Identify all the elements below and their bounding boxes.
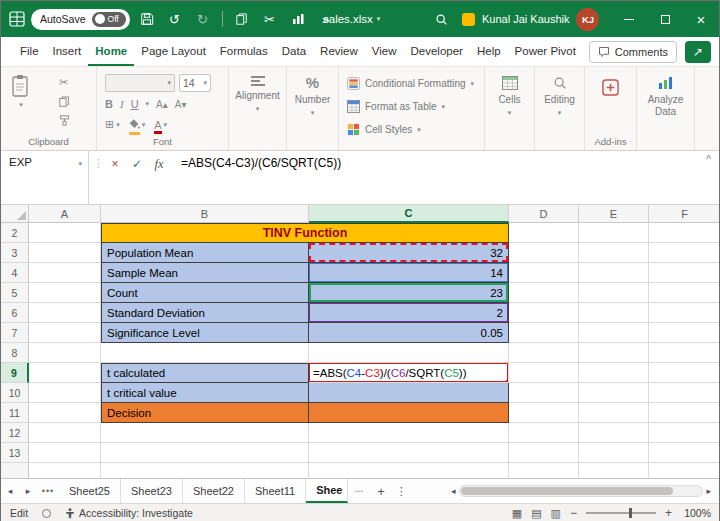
menu-tab-insert[interactable]: Insert	[46, 37, 89, 66]
sheet-tab-sheet11[interactable]: Sheet11	[245, 479, 306, 503]
cell-D12[interactable]	[509, 423, 579, 443]
row-header-8[interactable]: 8	[1, 343, 29, 363]
close-button[interactable]: ×	[683, 1, 719, 37]
menu-tab-file[interactable]: File	[13, 37, 46, 66]
copy-page-icon[interactable]	[231, 6, 253, 32]
cell-A12[interactable]	[29, 423, 101, 443]
menu-tab-formulas[interactable]: Formulas	[213, 37, 275, 66]
document-title[interactable]: sales.xlsx ▾	[323, 1, 380, 37]
cell-E10[interactable]	[579, 383, 649, 403]
cell-A11[interactable]	[29, 403, 101, 423]
cell-formula-C9[interactable]: =ABS(C4-C3)/(C6/SQRT(C5))	[309, 363, 509, 383]
cell-B13[interactable]	[101, 443, 309, 463]
cell-E8[interactable]	[579, 343, 649, 363]
cell-A8[interactable]	[29, 343, 101, 363]
menu-tab-data[interactable]: Data	[275, 37, 313, 66]
zoom-slider-thumb[interactable]	[629, 508, 632, 518]
worksheet-grid[interactable]: ABCDEF 2TINV Function3Population Mean324…	[1, 205, 719, 478]
cell-C13[interactable]	[309, 443, 509, 463]
search-icon[interactable]	[435, 1, 448, 37]
row-header-12[interactable]: 12	[1, 423, 29, 443]
underline-button[interactable]: U	[131, 98, 139, 110]
enter-icon[interactable]: ✓	[127, 155, 147, 173]
column-header-E[interactable]: E	[579, 205, 649, 223]
column-header-F[interactable]: F	[649, 205, 719, 223]
cell-E11[interactable]	[579, 403, 649, 423]
accessibility-status[interactable]: Accessibility: Investigate	[65, 507, 193, 519]
row-header-11[interactable]: 11	[1, 403, 29, 423]
cell-label-B7[interactable]: Significance Level	[101, 323, 309, 343]
cell-D7[interactable]	[509, 323, 579, 343]
cell-D3[interactable]	[509, 243, 579, 263]
sheet-more-left-button[interactable]: •••	[37, 479, 59, 503]
borders-button[interactable]: ⊞▾	[105, 118, 120, 131]
scrollbar-track[interactable]	[459, 485, 704, 497]
cells-button[interactable]: Cells ▾	[485, 76, 534, 117]
bold-button[interactable]: B	[105, 98, 113, 110]
menu-tab-view[interactable]: View	[365, 37, 404, 66]
select-all-corner[interactable]	[1, 205, 29, 223]
column-header-B[interactable]: B	[101, 205, 309, 223]
cell-value-C6[interactable]: 2	[309, 303, 509, 323]
excel-app-icon[interactable]	[9, 11, 25, 27]
cell-C8[interactable]	[309, 343, 509, 363]
cell-E12[interactable]	[579, 423, 649, 443]
cell-F4[interactable]	[649, 263, 719, 283]
sheet-tab-sheet23[interactable]: Sheet23	[121, 479, 183, 503]
zoom-level[interactable]: 100%	[681, 507, 711, 519]
cell-F7[interactable]	[649, 323, 719, 343]
row-header-13[interactable]: 13	[1, 443, 29, 463]
menu-tab-review[interactable]: Review	[313, 37, 365, 66]
cell-B12[interactable]	[101, 423, 309, 443]
horizontal-scrollbar[interactable]: ◂ ▸	[451, 483, 711, 499]
sheet-options-icon[interactable]: ⋮	[392, 479, 410, 503]
cell-value-C7[interactable]: 0.05	[309, 323, 509, 343]
cell-C10[interactable]	[309, 383, 509, 403]
column-header-A[interactable]: A	[29, 205, 101, 223]
add-sheet-button[interactable]: +	[370, 479, 392, 503]
cell-B8[interactable]	[101, 343, 309, 363]
cell-F5[interactable]	[649, 283, 719, 303]
cell-F2[interactable]	[649, 223, 719, 243]
scroll-left-icon[interactable]: ◂	[451, 486, 456, 496]
cell-D10[interactable]	[509, 383, 579, 403]
insert-function-icon[interactable]: fx	[149, 155, 169, 173]
maximize-button[interactable]	[647, 1, 683, 37]
cell-E4[interactable]	[579, 263, 649, 283]
cell-A3[interactable]	[29, 243, 101, 263]
cell-D5[interactable]	[509, 283, 579, 303]
cell-value-C5[interactable]: 23	[309, 283, 509, 303]
italic-button[interactable]: I	[120, 98, 124, 110]
sheet-nav-left-icon[interactable]: ◂	[1, 479, 19, 503]
analyze-data-button[interactable]: Analyze Data	[637, 76, 694, 117]
cell-E5[interactable]	[579, 283, 649, 303]
cell-C12[interactable]	[309, 423, 509, 443]
paste-button[interactable]: ▾	[11, 74, 31, 109]
increase-font-icon[interactable]: A▴	[156, 99, 168, 110]
page-layout-view-icon[interactable]: ▤	[531, 507, 541, 520]
formula-input[interactable]: =ABS(C4-C3)/(C6/SQRT(C5))	[181, 156, 689, 170]
avatar[interactable]: KJ	[576, 8, 599, 31]
addins-button[interactable]	[585, 79, 636, 96]
cut-button[interactable]: ✂	[59, 76, 70, 89]
zoom-slider[interactable]	[586, 512, 656, 514]
sheet-more-right-button[interactable]: ⋯	[348, 479, 370, 503]
format-as-table-button[interactable]: Format as Table▾	[347, 100, 445, 113]
menu-tab-help[interactable]: Help	[470, 37, 508, 66]
row-header-5[interactable]: 5	[1, 283, 29, 303]
cell-A13[interactable]	[29, 443, 101, 463]
normal-view-icon[interactable]: ▦	[512, 507, 522, 520]
row-header-10[interactable]: 10	[1, 383, 29, 403]
alignment-button[interactable]: Alignment ▾	[229, 76, 286, 113]
cell-A10[interactable]	[29, 383, 101, 403]
cell-F13[interactable]	[649, 443, 719, 463]
column-header-D[interactable]: D	[509, 205, 579, 223]
menu-tab-developer[interactable]: Developer	[404, 37, 470, 66]
decrease-font-icon[interactable]: A▾	[175, 99, 187, 110]
number-format-button[interactable]: % Number ▾	[287, 76, 338, 117]
cell-E3[interactable]	[579, 243, 649, 263]
account-area[interactable]: Kunal Jai Kaushik KJ	[462, 1, 599, 37]
redo-icon[interactable]: ↻	[192, 6, 214, 32]
cell-F9[interactable]	[649, 363, 719, 383]
cell-C11[interactable]	[309, 403, 509, 423]
